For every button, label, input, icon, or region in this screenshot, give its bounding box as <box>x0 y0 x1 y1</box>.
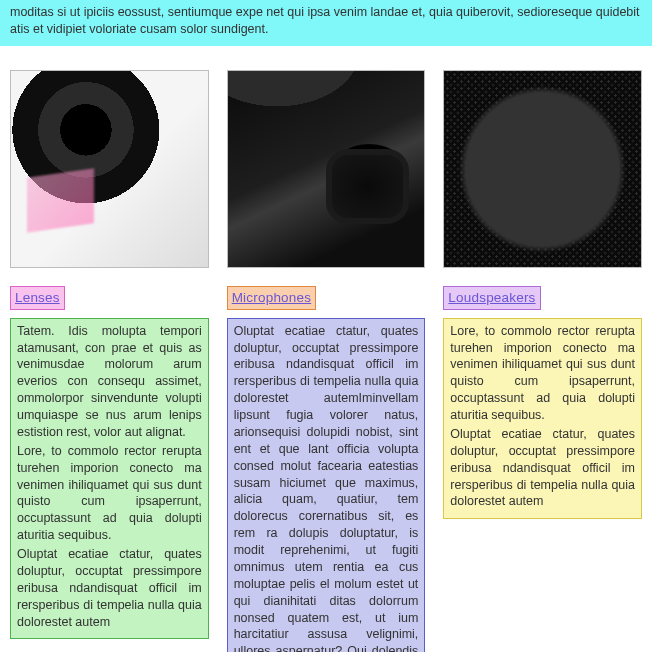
lens-image <box>10 70 209 269</box>
loud-p2: Oluptat ecatiae ctatur, quates doluptur,… <box>450 426 635 510</box>
heading-loudspeakers: Loudspeakers <box>443 286 540 309</box>
lenses-p1: Tatem. Idis molupta tempori atamusant, c… <box>17 323 202 441</box>
body-loudspeakers: Lore, to commolo rector rerupta turehen … <box>443 318 642 520</box>
intro-banner-text: moditas si ut ipiciis eossust, sentiumqu… <box>10 5 640 36</box>
column-loudspeakers: Loudspeakers Lore, to commolo rector rer… <box>443 70 642 652</box>
microphone-image <box>227 70 426 269</box>
heading-microphones: Microphones <box>227 286 317 309</box>
heading-lenses: Lenses <box>10 286 65 309</box>
column-lenses: Lenses Tatem. Idis molupta tempori atamu… <box>10 70 209 652</box>
loud-p1: Lore, to commolo rector rerupta turehen … <box>450 323 635 424</box>
body-microphones: Oluptat ecatiae ctatur, quates doluptur,… <box>227 318 426 652</box>
lenses-p3: Oluptat ecatiae ctatur, quates doluptur,… <box>17 546 202 630</box>
intro-banner: moditas si ut ipiciis eossust, sentiumqu… <box>0 0 652 46</box>
loudspeaker-image <box>443 70 642 269</box>
lenses-p2: Lore, to commolo rector rerupta turehen … <box>17 443 202 544</box>
columns-wrapper: Lenses Tatem. Idis molupta tempori atamu… <box>0 46 652 652</box>
column-microphones: Microphones Oluptat ecatiae ctatur, quat… <box>227 70 426 652</box>
mics-p1: Oluptat ecatiae ctatur, quates doluptur,… <box>234 323 419 652</box>
body-lenses: Tatem. Idis molupta tempori atamusant, c… <box>10 318 209 640</box>
